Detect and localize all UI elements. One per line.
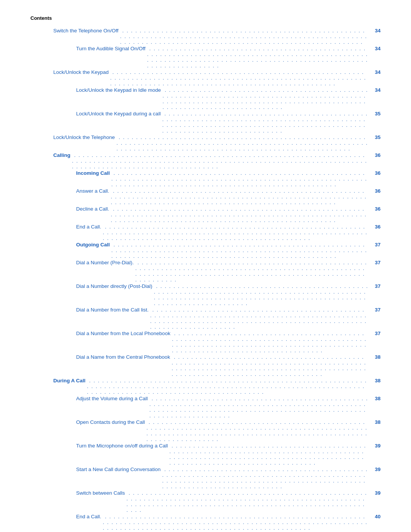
toc-item[interactable]: Lock/Unlock the Telephone . . . . . . . … bbox=[30, 134, 381, 152]
toc-page: 36 bbox=[370, 170, 381, 176]
toc-text: Dial a Number directly (Post-Dial) bbox=[76, 283, 152, 289]
toc-dots: . . . . . . . . . . . . . . . . . . . . … bbox=[111, 188, 368, 205]
toc-dots: . . . . . . . . . . . . . . . . . . . . … bbox=[72, 152, 368, 169]
toc-page: 38 bbox=[370, 354, 381, 360]
toc-page: 35 bbox=[370, 111, 381, 117]
toc-item[interactable]: End a Call. . . . . . . . . . . . . . . … bbox=[30, 514, 381, 531]
page: Contents Switch the Telephone On/Off . .… bbox=[0, 0, 411, 532]
toc-page: 38 bbox=[370, 419, 381, 425]
toc-text: Dial a Number (Pre-Dial). bbox=[76, 260, 134, 265]
toc-page: 40 bbox=[370, 514, 381, 519]
toc-page: 37 bbox=[370, 242, 381, 248]
toc-item[interactable]: Incoming Call . . . . . . . . . . . . . … bbox=[30, 170, 381, 187]
toc-dots: . . . . . . . . . . . . . . . . . . . . … bbox=[172, 354, 368, 377]
toc-item[interactable]: Outgoing Call . . . . . . . . . . . . . … bbox=[30, 242, 381, 259]
toc-item[interactable]: Adjust the Volume during a Call . . . . … bbox=[30, 396, 381, 419]
toc-dots: . . . . . . . . . . . . . . . . . . . . … bbox=[147, 46, 368, 69]
toc-page: 39 bbox=[370, 443, 381, 449]
toc-item[interactable]: Dial a Number from the Call list. . . . … bbox=[30, 307, 381, 330]
toc-text: Outgoing Call bbox=[76, 242, 110, 248]
toc-text: Incoming Call bbox=[76, 170, 110, 176]
toc-item[interactable]: Dial a Number (Pre-Dial). . . . . . . . … bbox=[30, 260, 381, 283]
toc-item[interactable]: Calling . . . . . . . . . . . . . . . . … bbox=[30, 152, 381, 169]
toc-dots: . . . . . . . . . . . . . . . . . . . . … bbox=[103, 224, 368, 241]
toc-page: 36 bbox=[370, 152, 381, 158]
toc-dots: . . . . . . . . . . . . . . . . . . . . … bbox=[112, 170, 368, 187]
toc-item[interactable]: End a Call. . . . . . . . . . . . . . . … bbox=[30, 224, 381, 241]
toc-container: Switch the Telephone On/Off . . . . . . … bbox=[30, 28, 381, 532]
contents-header: Contents bbox=[30, 15, 381, 21]
toc-dots: . . . . . . . . . . . . . . . . . . . . … bbox=[120, 28, 368, 45]
toc-page: 34 bbox=[370, 69, 381, 75]
toc-item[interactable]: Dial a Name from the Central Phonebook .… bbox=[30, 354, 381, 377]
toc-page: 36 bbox=[370, 188, 381, 194]
toc-dots: . . . . . . . . . . . . . . . . . . . . … bbox=[150, 307, 368, 330]
toc-text: Dial a Number from the Local Phonebook bbox=[76, 331, 170, 336]
toc-text: Calling bbox=[53, 152, 70, 158]
toc-item[interactable]: Dial a Number directly (Post-Dial) . . .… bbox=[30, 283, 381, 306]
toc-text: Lock/Unlock the Telephone bbox=[53, 134, 115, 140]
toc-item[interactable]: Decline a Call. . . . . . . . . . . . . … bbox=[30, 206, 381, 223]
toc-text: Adjust the Volume during a Call bbox=[76, 396, 148, 401]
toc-dots: . . . . . . . . . . . . . . . . . . . . … bbox=[172, 331, 368, 353]
toc-text: Switch between Calls bbox=[76, 490, 125, 496]
toc-text: Lock/Unlock the Keypad during a call bbox=[76, 111, 161, 117]
toc-item[interactable]: Turn the Microphone on/off during a Call… bbox=[30, 443, 381, 466]
toc-page: 37 bbox=[370, 283, 381, 289]
toc-text: During A Call bbox=[53, 378, 86, 383]
toc-item[interactable]: Open Contacts during the Call . . . . . … bbox=[30, 419, 381, 442]
toc-page: 35 bbox=[370, 134, 381, 140]
toc-dots: . . . . . . . . . . . . . . . . . . . . … bbox=[147, 419, 368, 442]
toc-dots: . . . . . . . . . . . . . . . . . . . . … bbox=[126, 490, 368, 513]
toc-text: Answer a Call. bbox=[76, 188, 109, 194]
toc-page: 36 bbox=[370, 224, 381, 230]
toc-item[interactable]: During A Call . . . . . . . . . . . . . … bbox=[30, 378, 381, 395]
toc-item[interactable]: Switch between Calls . . . . . . . . . .… bbox=[30, 490, 381, 513]
toc-text: Dial a Name from the Central Phonebook bbox=[76, 354, 170, 360]
toc-text: Open Contacts during the Call bbox=[76, 419, 145, 425]
toc-item[interactable]: Switch the Telephone On/Off . . . . . . … bbox=[30, 28, 381, 45]
toc-item[interactable]: Lock/Unlock the Keypad in Idle mode . . … bbox=[30, 87, 381, 110]
toc-dots: . . . . . . . . . . . . . . . . . . . . … bbox=[169, 443, 368, 466]
toc-dots: . . . . . . . . . . . . . . . . . . . . … bbox=[111, 206, 368, 223]
toc-dots: . . . . . . . . . . . . . . . . . . . . … bbox=[116, 134, 368, 152]
toc-dots: . . . . . . . . . . . . . . . . . . . . … bbox=[162, 111, 368, 134]
toc-text: End a Call. bbox=[76, 514, 101, 519]
toc-page: 37 bbox=[370, 331, 381, 336]
toc-dots: . . . . . . . . . . . . . . . . . . . . … bbox=[162, 466, 368, 489]
toc-text: Lock/Unlock the Keypad bbox=[53, 69, 109, 75]
toc-dots: . . . . . . . . . . . . . . . . . . . . … bbox=[135, 260, 368, 283]
toc-item[interactable]: Dial a Number from the Local Phonebook .… bbox=[30, 331, 381, 353]
toc-text: Start a New Call during Conversation bbox=[76, 466, 161, 472]
toc-page: 37 bbox=[370, 307, 381, 313]
toc-text: Dial a Number from the Call list. bbox=[76, 307, 149, 313]
toc-text: Decline a Call. bbox=[76, 206, 109, 212]
toc-text: Lock/Unlock the Keypad in Idle mode bbox=[76, 87, 161, 93]
toc-page: 34 bbox=[370, 28, 381, 34]
toc-text: Turn the Audible Signal On/Off bbox=[76, 46, 145, 51]
toc-dots: . . . . . . . . . . . . . . . . . . . . … bbox=[149, 396, 368, 419]
toc-dots: . . . . . . . . . . . . . . . . . . . . … bbox=[87, 378, 368, 395]
toc-page: 39 bbox=[370, 490, 381, 496]
toc-text: Turn the Microphone on/off during a Call bbox=[76, 443, 168, 449]
toc-item[interactable]: Start a New Call during Conversation . .… bbox=[30, 466, 381, 489]
toc-dots: . . . . . . . . . . . . . . . . . . . . … bbox=[110, 69, 368, 86]
toc-page: 37 bbox=[370, 260, 381, 265]
toc-page: 34 bbox=[370, 87, 381, 93]
toc-page: 38 bbox=[370, 378, 381, 383]
toc-page: 39 bbox=[370, 466, 381, 472]
toc-text: End a Call. bbox=[76, 224, 101, 230]
toc-dots: . . . . . . . . . . . . . . . . . . . . … bbox=[103, 514, 368, 531]
toc-item[interactable]: Answer a Call. . . . . . . . . . . . . .… bbox=[30, 188, 381, 205]
toc-dots: . . . . . . . . . . . . . . . . . . . . … bbox=[154, 283, 368, 306]
toc-text: Switch the Telephone On/Off bbox=[53, 28, 118, 34]
toc-page: 38 bbox=[370, 396, 381, 401]
toc-page: 36 bbox=[370, 206, 381, 212]
toc-dots: . . . . . . . . . . . . . . . . . . . . … bbox=[162, 87, 368, 110]
toc-dots: . . . . . . . . . . . . . . . . . . . . … bbox=[112, 242, 369, 259]
toc-item[interactable]: Turn the Audible Signal On/Off . . . . .… bbox=[30, 46, 381, 69]
toc-item[interactable]: Lock/Unlock the Keypad . . . . . . . . .… bbox=[30, 69, 381, 86]
toc-item[interactable]: Lock/Unlock the Keypad during a call . .… bbox=[30, 111, 381, 134]
toc-page: 34 bbox=[370, 46, 381, 51]
